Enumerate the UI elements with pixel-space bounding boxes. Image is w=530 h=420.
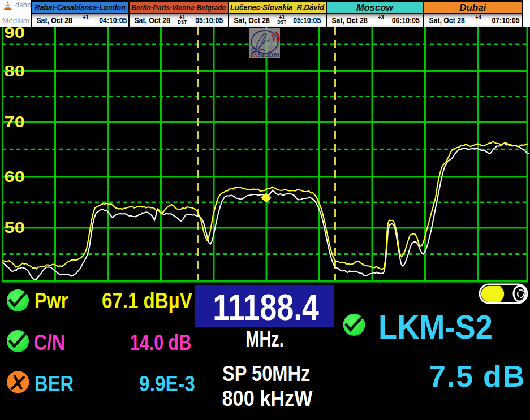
svg-text:SATCS.COM: SATCS.COM <box>258 52 279 58</box>
svg-text:90: 90 <box>5 24 25 41</box>
svg-text:C/N: C/N <box>34 330 66 354</box>
svg-text:7.5 dB: 7.5 dB <box>429 359 525 393</box>
svg-text:9.9E-3: 9.9E-3 <box>139 371 195 396</box>
svg-text:800 kHzW: 800 kHzW <box>222 386 313 411</box>
svg-text:67.1 dBμV: 67.1 dBμV <box>102 289 192 313</box>
svg-text:DX: DX <box>251 52 258 58</box>
svg-text:80: 80 <box>5 63 25 80</box>
svg-text:BER: BER <box>35 371 74 396</box>
svg-text:70: 70 <box>5 113 25 130</box>
svg-text:11188.4: 11188.4 <box>213 288 319 328</box>
svg-text:LKM-S2: LKM-S2 <box>378 309 493 346</box>
svg-text:60: 60 <box>5 168 25 185</box>
svg-text:50: 50 <box>5 219 25 236</box>
svg-text:SP 50MHz: SP 50MHz <box>222 361 310 386</box>
svg-text:14.0 dB: 14.0 dB <box>130 330 191 354</box>
svg-text:MHz.: MHz. <box>245 327 283 351</box>
svg-text:Pwr: Pwr <box>35 289 68 313</box>
